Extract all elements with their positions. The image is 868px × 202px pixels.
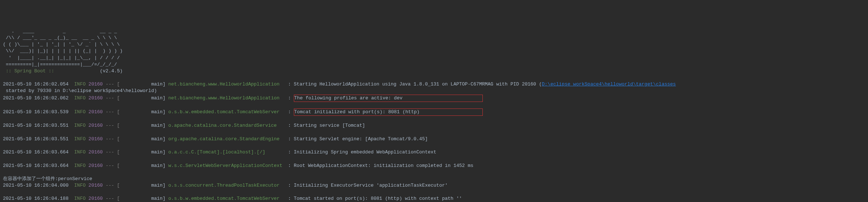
log-colon: :: [283, 163, 294, 168]
highlight-box: Tomcat initialized with port(s): 8081 (h…: [294, 108, 483, 116]
log-level: INFO: [74, 123, 86, 128]
log-thread: main]: [120, 109, 168, 115]
log-row: 2021-05-10 16:26:03.539 INFO 20160 --- […: [3, 108, 865, 116]
log-message: Starting service [Tomcat]: [294, 123, 365, 128]
app-output-line: 在容器中添加了一个组件:peronService: [3, 176, 92, 182]
log-colon: :: [280, 196, 294, 201]
ascii-art-line: ' |____| .__|_| |_|_| |_\__, | / / / /: [3, 55, 120, 61]
log-thread: main]: [120, 136, 168, 142]
log-pid: 20160: [88, 81, 103, 87]
log-row: 2021-05-10 16:26:02.054 INFO 20160 --- […: [3, 81, 865, 88]
log-timestamp: 2021-05-10 16:26:03.539: [3, 109, 68, 115]
log-timestamp: 2021-05-10 16:26:02.054: [3, 81, 68, 87]
ascii-art-line: \\/ ___)| |_)| | | | | || (_| | ) ) ) ): [3, 48, 123, 54]
log-pid: 20160: [88, 183, 103, 188]
log-thread: main]: [120, 163, 168, 168]
log-colon: :: [277, 123, 294, 128]
spring-boot-label: :: Spring Boot ::: [3, 68, 57, 74]
log-message: Tomcat started on port(s): 8081 (http) w…: [294, 196, 462, 201]
log-thread: main]: [120, 95, 168, 101]
ascii-art-line: . ____ _ __ _ _: [3, 28, 117, 34]
log-thread: main]: [120, 81, 168, 87]
log-message: Root WebApplicationContext: initializati…: [294, 163, 473, 168]
log-sep: --- [: [103, 123, 120, 128]
log-pid: 20160: [88, 123, 103, 128]
file-path-link[interactable]: D:\eclipse workSpace4\helloworld\target\…: [542, 81, 676, 87]
log-logger: o.apache.catalina.core.StandardService: [168, 123, 277, 128]
log-colon: :: [280, 95, 294, 101]
log-row: 2021-05-10 16:26:02.062 INFO 20160 --- […: [3, 95, 865, 102]
log-pid: 20160: [88, 95, 103, 101]
log-timestamp: 2021-05-10 16:26:03.664: [3, 163, 68, 168]
log-colon: :: [280, 136, 294, 142]
log-message: Starting HelloworldApplication using Jav…: [294, 81, 542, 87]
log-row: 2021-05-10 16:26:04.000 INFO 20160 --- […: [3, 182, 865, 189]
log-message: Initializing ExecutorService 'applicatio…: [294, 183, 448, 188]
log-sep: --- [: [103, 95, 120, 101]
log-level: INFO: [74, 136, 86, 142]
log-row: 2021-05-10 16:26:04.188 INFO 20160 --- […: [3, 195, 865, 202]
log-pid: 20160: [88, 149, 103, 155]
log-sep: --- [: [103, 81, 120, 87]
log-level: INFO: [74, 109, 86, 115]
log-row: 2021-05-10 16:26:03.664 INFO 20160 --- […: [3, 163, 865, 169]
log-colon: :: [265, 149, 294, 155]
log-timestamp: 2021-05-10 16:26:03.664: [3, 149, 68, 155]
log-colon: :: [280, 81, 294, 87]
log-level: INFO: [74, 149, 86, 155]
spring-boot-version: (v2.4.5): [57, 68, 122, 74]
log-logger: w.s.c.ServletWebServerApplicationContext: [168, 163, 283, 168]
ascii-art-line: /\\ / ___'_ __ _ _(_)_ __ __ _ \ \ \ \: [3, 35, 117, 41]
log-level: INFO: [74, 196, 86, 201]
log-timestamp: 2021-05-10 16:26:02.062: [3, 95, 68, 101]
log-logger: net.biancheng.www.HelloworldApplication: [168, 81, 280, 87]
log-timestamp: 2021-05-10 16:26:04.188: [3, 196, 68, 201]
log-colon: :: [280, 109, 294, 115]
log-message: Initializing Spring embedded WebApplicat…: [294, 149, 436, 155]
log-sep: --- [: [103, 136, 120, 142]
log-timestamp: 2021-05-10 16:26:04.000: [3, 183, 68, 188]
ascii-art-line: =========|_|==============|___/=/_/_/_/: [3, 62, 117, 67]
console-output: . ____ _ __ _ _ /\\ / ___'_ __ _ _(_)_ _…: [3, 28, 865, 202]
log-message: Starting Servlet engine: [Apache Tomcat/…: [294, 136, 428, 142]
ascii-art-line: ( ( )\___ | '_ | '_| | '_ \/ _` | \ \ \ …: [3, 42, 120, 47]
log-continuation: started by 79330 in D:\eclipse workSpace…: [3, 88, 157, 94]
log-timestamp: 2021-05-10 16:26:03.551: [3, 123, 68, 128]
log-thread: main]: [120, 196, 168, 201]
log-logger: o.s.b.w.embedded.tomcat.TomcatWebServer: [168, 196, 280, 201]
log-level: INFO: [74, 81, 86, 87]
log-level: INFO: [74, 183, 86, 188]
log-thread: main]: [120, 123, 168, 128]
log-row: 2021-05-10 16:26:03.664 INFO 20160 --- […: [3, 149, 865, 156]
log-sep: --- [: [103, 163, 120, 168]
log-logger: net.biancheng.www.HelloworldApplication: [168, 95, 280, 101]
log-level: INFO: [74, 95, 86, 101]
log-logger: o.s.b.w.embedded.tomcat.TomcatWebServer: [168, 109, 280, 115]
log-logger: o.a.c.c.C.[Tomcat].[localhost].[/]: [168, 149, 265, 155]
log-logger: org.apache.catalina.core.StandardEngine: [168, 136, 280, 142]
log-pid: 20160: [88, 136, 103, 142]
log-sep: --- [: [103, 183, 120, 188]
log-thread: main]: [120, 149, 168, 155]
log-logger: o.s.s.concurrent.ThreadPoolTaskExecutor: [168, 183, 280, 188]
log-pid: 20160: [88, 163, 103, 168]
log-pid: 20160: [88, 109, 103, 115]
log-colon: :: [280, 183, 294, 188]
log-row: 2021-05-10 16:26:03.551 INFO 20160 --- […: [3, 136, 865, 142]
log-level: INFO: [74, 163, 86, 168]
log-sep: --- [: [103, 109, 120, 115]
log-sep: --- [: [103, 196, 120, 201]
log-pid: 20160: [88, 196, 103, 201]
log-message: The following profiles are active: dev: [294, 95, 402, 101]
log-sep: --- [: [103, 149, 120, 155]
log-timestamp: 2021-05-10 16:26:03.551: [3, 136, 68, 142]
log-message: Tomcat initialized with port(s): 8081 (h…: [294, 109, 420, 115]
log-thread: main]: [120, 183, 168, 188]
highlight-box: The following profiles are active: dev: [294, 95, 483, 102]
log-row: 2021-05-10 16:26:03.551 INFO 20160 --- […: [3, 122, 865, 129]
